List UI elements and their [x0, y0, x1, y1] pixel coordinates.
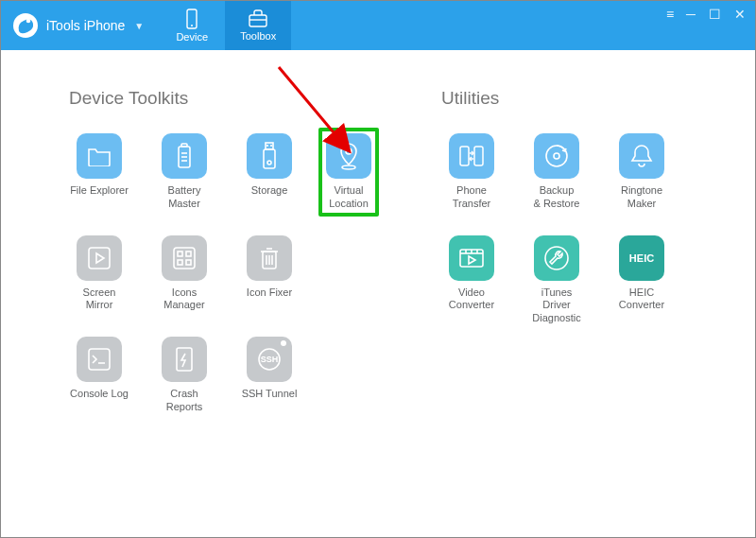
- device-toolkits-section: Device Toolkits File Explorer: [69, 88, 390, 414]
- brand-menu[interactable]: iTools iPhone ▼: [1, 1, 159, 50]
- svg-rect-18: [89, 248, 110, 269]
- svg-point-16: [346, 148, 352, 154]
- device-icon: [182, 9, 201, 29]
- svg-point-15: [267, 161, 271, 165]
- battery-icon: [162, 133, 207, 179]
- maximize-button[interactable]: ☐: [709, 7, 721, 22]
- svg-rect-21: [178, 252, 182, 256]
- svg-rect-23: [178, 260, 182, 265]
- svg-rect-31: [89, 349, 110, 370]
- tool-label: Icon Fixer: [247, 286, 292, 300]
- tool-screen-mirror[interactable]: Screen Mirror: [69, 235, 129, 313]
- svg-rect-7: [181, 144, 187, 147]
- tool-label: SSH Tunnel: [242, 388, 298, 401]
- tool-video-converter[interactable]: Video Converter: [441, 235, 502, 325]
- tool-console-log[interactable]: Console Log: [69, 337, 129, 414]
- tool-label: Video Converter: [449, 286, 494, 313]
- tool-ringtone-maker[interactable]: Ringtone Maker: [611, 133, 672, 211]
- toolbox-icon: [248, 9, 268, 28]
- svg-rect-4: [249, 15, 266, 26]
- svg-rect-36: [474, 147, 483, 165]
- spacer: [324, 235, 385, 313]
- svg-rect-22: [186, 252, 191, 256]
- tool-icon-fixer[interactable]: Icon Fixer: [239, 235, 300, 313]
- bell-icon: [619, 133, 664, 179]
- utilities-title: Utilities: [441, 88, 687, 109]
- main-content: Device Toolkits File Explorer: [1, 50, 755, 414]
- console-icon: [77, 337, 122, 382]
- tool-itunes-diagnostic[interactable]: iTunes Driver Diagnostic: [526, 235, 587, 325]
- tool-label: File Explorer: [70, 184, 129, 198]
- svg-rect-11: [264, 149, 275, 168]
- tool-backup-restore[interactable]: Backup & Restore: [526, 133, 587, 211]
- trash-icon: [247, 235, 292, 281]
- file-explorer-icon: [77, 133, 122, 179]
- utilities-grid: Phone Transfer Backup & Restore: [441, 133, 687, 325]
- play-icon: [77, 235, 122, 281]
- utilities-section: Utilities Phone Transfer: [441, 88, 687, 414]
- minimize-button[interactable]: ─: [686, 7, 696, 22]
- tool-label: HEIC Converter: [611, 286, 672, 313]
- close-button[interactable]: ✕: [734, 7, 746, 22]
- tool-label: Console Log: [70, 388, 129, 401]
- svg-point-1: [26, 19, 31, 24]
- lightning-doc-icon: [162, 337, 207, 382]
- tool-label: Screen Mirror: [69, 286, 129, 313]
- hamburger-icon[interactable]: ≡: [666, 7, 673, 22]
- brand-title: iTools iPhone: [46, 18, 125, 33]
- location-pin-icon: [326, 133, 371, 179]
- tool-crash-reports[interactable]: Crash Reports: [154, 337, 215, 414]
- svg-rect-33: [177, 348, 192, 371]
- svg-point-17: [342, 165, 355, 169]
- tool-label: Storage: [251, 184, 288, 198]
- tool-file-explorer[interactable]: File Explorer: [69, 133, 129, 211]
- tool-icons-manager[interactable]: Icons Manager: [154, 235, 215, 313]
- tool-battery-master[interactable]: Battery Master: [154, 133, 215, 211]
- svg-marker-46: [469, 256, 475, 264]
- svg-rect-24: [186, 260, 191, 265]
- tab-toolbox-label: Toolbox: [240, 30, 276, 42]
- tab-device-label: Device: [176, 31, 208, 43]
- tab-toolbox[interactable]: Toolbox: [225, 1, 291, 50]
- window-controls: ≡ ─ ☐ ✕: [666, 7, 746, 22]
- video-icon: [449, 235, 494, 281]
- tool-label: iTunes Driver Diagnostic: [526, 286, 587, 325]
- tool-label: Crash Reports: [154, 388, 215, 414]
- backup-restore-icon: [534, 133, 579, 179]
- svg-point-40: [554, 153, 559, 159]
- svg-rect-35: [460, 147, 469, 165]
- svg-marker-19: [96, 253, 104, 263]
- grid-icon: [162, 235, 207, 281]
- device-toolkits-title: Device Toolkits: [69, 88, 390, 109]
- tool-phone-transfer[interactable]: Phone Transfer: [441, 133, 502, 211]
- tool-label: Battery Master: [154, 184, 215, 211]
- usb-icon: [247, 133, 292, 179]
- device-toolkits-grid: File Explorer Battery Master: [69, 133, 390, 414]
- brand-logo-icon: [12, 12, 39, 39]
- tool-label: Phone Transfer: [441, 184, 502, 211]
- app-header: iTools iPhone ▼ Device Toolbox ≡ ─ ☐ ✕: [1, 1, 755, 50]
- tab-device[interactable]: Device: [159, 1, 225, 50]
- ssh-icon: SSH: [247, 337, 292, 382]
- tool-virtual-location[interactable]: Virtual Location: [318, 128, 379, 217]
- tool-storage[interactable]: Storage: [239, 133, 300, 211]
- tool-label: Backup & Restore: [534, 184, 580, 211]
- tool-label: Icons Manager: [154, 286, 215, 313]
- svg-point-3: [191, 25, 193, 26]
- tool-label: Ringtone Maker: [611, 184, 672, 211]
- tool-label: Virtual Location: [324, 184, 373, 211]
- tool-ssh-tunnel[interactable]: SSH SSH Tunnel: [239, 337, 300, 414]
- phone-transfer-icon: [449, 133, 494, 179]
- heic-icon: HEIC: [619, 235, 664, 281]
- tool-heic-converter[interactable]: HEIC HEIC Converter: [611, 235, 672, 325]
- dropdown-caret-icon: ▼: [134, 21, 144, 31]
- wrench-icon: [534, 235, 579, 281]
